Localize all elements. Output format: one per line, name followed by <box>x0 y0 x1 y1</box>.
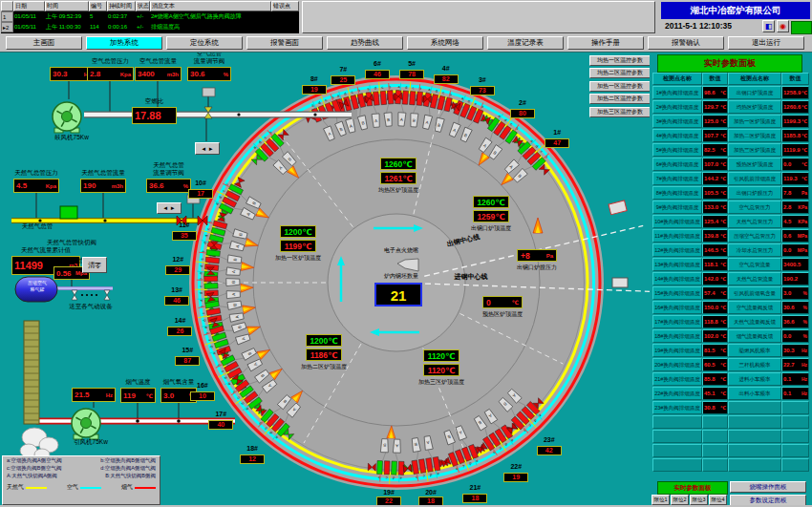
gas-main-pressure-unit: Kpa <box>46 183 56 189</box>
alarm-icon-button[interactable]: ◉ <box>777 20 789 32</box>
gas-valve-jog-control[interactable]: ◄ ► <box>157 202 182 214</box>
tab-10[interactable]: 退出运行 <box>728 36 804 50</box>
tab-1[interactable]: 主画面 <box>6 36 82 50</box>
zone-actual-display: 1259℃ <box>473 210 509 222</box>
param-value: 125.0 <box>704 118 718 124</box>
param-value: 146.5 <box>704 247 718 253</box>
compressed-air-pressure-value: 0.56 <box>56 269 72 278</box>
burner-position-value: 18 <box>462 494 487 503</box>
param-name-cell: 出料小车频率 <box>728 387 781 400</box>
tab-4[interactable]: 报警画面 <box>246 36 323 50</box>
param-value: 30.6 <box>783 305 795 310</box>
burner-ops-panel-button[interactable]: 烧嘴操作面板 <box>730 481 806 493</box>
alarm-row[interactable]: ▸201/05/11上午 11:00:301140:00:16+/-排烟温度高 <box>1 22 299 32</box>
gas-main-pressure-readout: 4.5Kpa <box>13 179 59 193</box>
param-unit: % <box>803 290 807 296</box>
zone-param-button-3[interactable]: 加热一区温控参数 <box>589 81 651 92</box>
param-unit: KPa <box>798 204 807 210</box>
gas-flow-valve-value: 36.6 <box>149 181 164 190</box>
air-valve-jog-control[interactable]: ◄ ► <box>195 142 220 155</box>
burner-position-label: 10# <box>189 180 212 186</box>
param-name-cell <box>652 415 702 429</box>
zone-display-label: 出钢口炉顶温度 <box>453 224 529 233</box>
air-main-pressure-unit: Kpa <box>120 72 131 77</box>
zone-param-button-4[interactable]: 加热二区温控参数 <box>589 94 651 104</box>
legend-entry: d:空烟换向阀A侧烟气阀 <box>100 465 156 472</box>
zone-actual-display: 1261℃ <box>380 172 417 184</box>
alarm-spacer-panel <box>302 1 655 33</box>
single-display-value: 0 <box>486 297 491 307</box>
param-name-cell: 出钢口炉顶温度 <box>728 86 781 99</box>
param-value-cell: 146.5℃ <box>702 243 728 257</box>
alarm-cell: 01/05/11 <box>13 11 45 22</box>
param-value-cell: 139.8℃ <box>702 229 728 243</box>
burner-position-value: 87 <box>175 356 200 366</box>
air-flow-valve-unit: % <box>224 72 228 77</box>
param-unit: Hz <box>801 348 807 353</box>
legend-color-row: 天然气空气烟气 <box>3 479 160 492</box>
param-unit: ℃ <box>801 118 807 124</box>
burner-position-value: 46 <box>164 296 189 306</box>
zone-setpoint-display: 1200℃ <box>306 334 342 347</box>
tab-3[interactable]: 定位系统 <box>166 36 243 50</box>
limit-button-4[interactable]: 限位4 <box>709 495 727 505</box>
param-value-cell: 0.0% <box>781 329 809 343</box>
live-panel-button[interactable]: 实时参数面板 <box>657 481 728 495</box>
param-name-cell: 7#换向阀排烟温度 <box>652 172 702 185</box>
realtime-panel-title: 实时参数面板 <box>657 54 802 73</box>
param-value: 60.5 <box>704 362 716 368</box>
param-name-cell: 22#换向阀排烟温度 <box>652 387 702 400</box>
alarm-cell: 上午 11:00:30 <box>45 22 89 32</box>
param-name-cell <box>652 430 702 443</box>
tab-2[interactable]: 加热系统 <box>86 36 162 50</box>
single-display-value: +8 <box>521 250 530 261</box>
param-unit: MPa <box>798 233 807 239</box>
fan-freq-value: 21.5 <box>75 391 90 399</box>
air-flow-valve-readout: 30.6% <box>187 67 231 81</box>
tab-7[interactable]: 温度记录表 <box>487 36 564 50</box>
zone-param-button-2[interactable]: 均热二区温控参数 <box>589 68 651 78</box>
billet-count-display: 21 <box>374 283 422 306</box>
burner-position-value: 80 <box>510 109 535 118</box>
param-value: 1199.3 <box>783 118 801 124</box>
gas-main-flow-label: 天然气总管流量 <box>72 169 135 177</box>
tab-5[interactable]: 趋势曲线 <box>327 36 403 50</box>
burner-position-label: 5# <box>400 60 423 67</box>
param-name-cell: 3#换向阀排烟温度 <box>652 115 702 128</box>
limit-button-2[interactable]: 限位2 <box>671 495 689 505</box>
param-value: 1185.8 <box>783 133 801 138</box>
tab-9[interactable]: 报警确认 <box>648 36 724 50</box>
param-name-cell: 三杆机构频率 <box>728 358 781 371</box>
tab-8[interactable]: 操作手册 <box>567 36 644 50</box>
flue-temp-readout: 119℃ <box>120 388 156 403</box>
param-value: 3400.5 <box>783 262 801 267</box>
param-unit: ℃ <box>720 190 726 196</box>
flue-o2-value: 3.0 <box>163 391 174 400</box>
burner-position-value: 12 <box>240 454 265 464</box>
param-name-cell: 加热二区炉顶温度 <box>728 129 781 142</box>
zone-param-button-1[interactable]: 均热一区温控参数 <box>589 55 651 66</box>
status-strip <box>791 21 812 34</box>
alarm-table[interactable]: 日期时间编号持续时间状态消息文本错误点101/05/11上午 09:52:395… <box>1 1 299 33</box>
clear-total-button[interactable]: 清零 <box>82 257 107 273</box>
limit-button-1[interactable]: 限位1 <box>652 495 670 505</box>
param-value-cell: 85.8℃ <box>702 372 728 386</box>
param-name-cell: 天然气流量阀反馈 <box>728 315 781 328</box>
burner-position-label: 2# <box>511 99 534 106</box>
gas-flow-total-value: 11499 <box>14 260 43 271</box>
param-col-header: 数值 <box>702 73 728 85</box>
zone-param-button-5[interactable]: 加热三区温控参数 <box>589 107 651 117</box>
alarm-cell: 排烟温度高 <box>150 22 271 32</box>
param-unit: % <box>803 333 807 339</box>
param-value-cell: 133.0℃ <box>702 201 728 214</box>
billet-count-label: 炉内钢坯数量 <box>368 272 435 281</box>
tab-6[interactable]: 系统网络 <box>407 36 483 50</box>
legend-line-item: 空气 <box>67 483 101 492</box>
param-value: 0.6 <box>783 233 791 239</box>
alarm-row[interactable]: 101/05/11上午 09:52:3950:02:37+/-2#烧嘴A侧空气侧… <box>1 11 299 22</box>
limit-button-3[interactable]: 限位3 <box>690 495 708 505</box>
param-value: 133.0 <box>704 204 718 210</box>
system-icon-button[interactable]: ◧ <box>762 20 775 32</box>
param-unit: Pa <box>801 190 807 196</box>
air-flow-valve-value: 30.6 <box>190 70 205 78</box>
